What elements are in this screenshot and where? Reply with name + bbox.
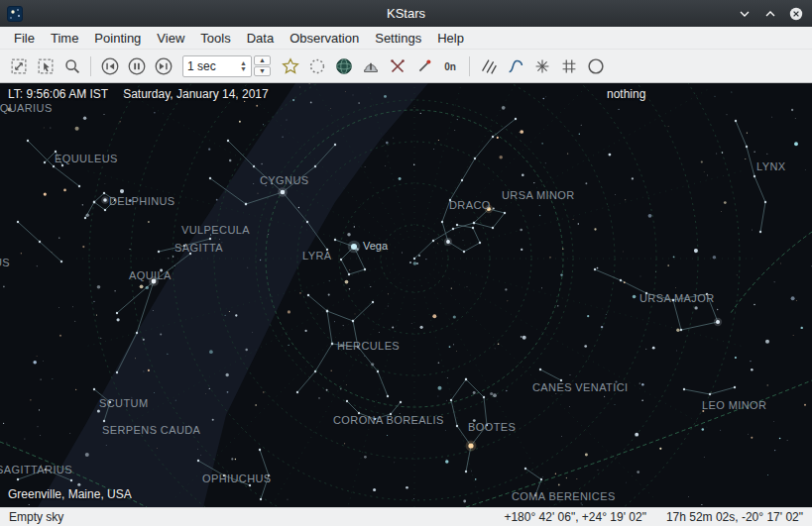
- select-fov-button[interactable]: [5, 53, 32, 79]
- pin-icon: [413, 55, 435, 77]
- status-radec-text: 17h 52m 02s, -20° 17' 02": [666, 510, 803, 524]
- constellation-label: CYGNUS: [260, 174, 308, 186]
- toggle-coordinate-grid-button[interactable]: [555, 53, 582, 79]
- menu-time[interactable]: Time: [43, 29, 86, 48]
- focus-object-text: nothing: [607, 87, 645, 101]
- toggle-planets-button[interactable]: [330, 53, 357, 79]
- toggle-deep-sky-button[interactable]: [303, 53, 330, 79]
- toggle-milky-way-button[interactable]: [502, 53, 528, 79]
- menu-view[interactable]: View: [149, 29, 192, 48]
- stop-clock-button[interactable]: [123, 53, 150, 79]
- geo-location-text: Greenville, Maine, USA: [8, 487, 132, 501]
- close-button[interactable]: [789, 7, 803, 21]
- labels-0n-icon: 0n: [440, 55, 462, 77]
- constellation-label: OPHIUCHUS: [202, 473, 272, 484]
- menu-settings[interactable]: Settings: [367, 29, 429, 48]
- time-infobox[interactable]: LT: 9:56:06 AM IST Saturday, January 14,…: [8, 87, 269, 101]
- date-text: Saturday, January 14, 2017: [123, 87, 269, 101]
- status-bar: Empty sky +180° 42' 06", +24° 19' 02" 17…: [0, 507, 812, 526]
- time-step-combo-arrows-icon[interactable]: ▲▼: [240, 60, 247, 72]
- constellation-label: COMA BERENICES: [512, 490, 616, 502]
- step-forward-icon: [153, 55, 174, 77]
- dome-icon: [360, 55, 382, 77]
- crossed-lines-icon: [387, 55, 408, 77]
- chevron-down-icon: [739, 8, 751, 20]
- status-object-text: Empty sky: [9, 510, 63, 524]
- constellation-label: LYRA: [302, 250, 332, 262]
- slanted-lines-icon: [478, 55, 500, 77]
- constellation-label: CANES VENATICI: [532, 381, 628, 393]
- magnifier-icon: [61, 55, 83, 77]
- constellation-label: DRACO: [449, 199, 491, 211]
- status-azalt-text: +180° 42' 06", +24° 19' 02": [504, 510, 645, 524]
- kstars-app-icon: [7, 6, 23, 22]
- local-time-text: LT: 9:56:06 AM IST: [8, 87, 108, 101]
- toolbar-separator: [469, 56, 470, 76]
- grid-icon: [558, 55, 580, 77]
- toggle-labels-button[interactable]: 0n: [437, 53, 464, 79]
- toggle-constellation-boundaries-button[interactable]: [528, 53, 555, 79]
- sky-map[interactable]: LT: 9:56:06 AM IST Saturday, January 14,…: [0, 83, 812, 507]
- constellation-label: SCUTUM: [99, 397, 148, 409]
- window-title: KStars: [0, 6, 812, 21]
- dotted-circle-icon: [306, 55, 328, 77]
- time-step-control: 1 sec▲▼▲▼: [182, 55, 271, 77]
- time-step-backward-button[interactable]: [96, 53, 123, 79]
- focus-infobox[interactable]: nothing: [607, 87, 645, 101]
- toggle-stars-button[interactable]: [277, 53, 303, 79]
- toggle-supernovae-button[interactable]: [384, 53, 410, 79]
- pointing-select-button[interactable]: [32, 53, 58, 79]
- chevron-up-icon: [764, 8, 776, 20]
- menu-tools[interactable]: Tools: [192, 29, 238, 48]
- menu-help[interactable]: Help: [429, 29, 472, 48]
- close-icon: [789, 7, 803, 21]
- dashed-box-arrows-icon: [8, 55, 30, 77]
- time-step-up-button[interactable]: ▲: [254, 55, 271, 65]
- time-step-spinner: ▲▼: [254, 55, 271, 76]
- menu-data[interactable]: Data: [239, 29, 282, 48]
- globe-icon: [333, 55, 355, 77]
- starburst-icon: [531, 55, 553, 77]
- constellation-label: AQUARIUS: [0, 102, 53, 114]
- constellation-label: SAGITTA: [174, 242, 223, 254]
- toolbar-separator: [90, 56, 91, 76]
- time-step-value: 1 sec: [187, 59, 216, 73]
- find-object-button[interactable]: [58, 53, 85, 79]
- menu-observation[interactable]: Observation: [282, 29, 367, 48]
- toggle-horizon-button[interactable]: [582, 53, 609, 79]
- curve-icon: [505, 55, 526, 77]
- time-step-input[interactable]: 1 sec▲▼: [182, 55, 252, 77]
- location-infobox[interactable]: Greenville, Maine, USA: [8, 487, 132, 501]
- svg-text:0n: 0n: [444, 60, 456, 71]
- horizon-circle-icon: [585, 55, 607, 77]
- toggle-satellites-button[interactable]: [410, 53, 437, 79]
- constellation-label: URSA MINOR: [502, 189, 575, 201]
- constellation-label: URSA MAJOR: [639, 292, 715, 304]
- star-icon: [280, 55, 301, 77]
- toggle-dome-button[interactable]: [357, 53, 384, 79]
- constellation-label: SERPENS CAUDA: [102, 424, 200, 436]
- constellation-label: DELPHINUS: [109, 195, 175, 207]
- step-back-icon: [99, 55, 121, 77]
- minimize-button[interactable]: [738, 7, 752, 21]
- dashed-box-cursor-icon: [35, 55, 57, 77]
- constellation-label: LEO MINOR: [702, 399, 766, 411]
- constellation-label: EQUULEUS: [55, 153, 118, 164]
- constellation-label: VULPECULA: [181, 224, 250, 236]
- time-step-down-button[interactable]: ▼: [254, 66, 271, 76]
- menu-file[interactable]: File: [6, 29, 43, 48]
- constellation-label: AQUILA: [129, 269, 172, 281]
- main-toolbar: 1 sec▲▼▲▼0n: [0, 50, 812, 83]
- pause-icon: [126, 55, 148, 77]
- constellation-label: PEGASUS: [0, 257, 10, 268]
- constellation-label: CORONA BOREALIS: [333, 414, 444, 426]
- star-label: Vega: [363, 240, 388, 252]
- constellation-label: HERCULES: [337, 340, 400, 352]
- constellation-label: BOOTES: [468, 421, 516, 433]
- time-step-forward-button[interactable]: [150, 53, 176, 79]
- menu-pointing[interactable]: Pointing: [86, 29, 149, 48]
- title-bar: KStars: [0, 0, 812, 27]
- toggle-constellation-lines-button[interactable]: [475, 53, 502, 79]
- maximize-button[interactable]: [763, 7, 777, 21]
- constellation-label: LYNX: [756, 160, 786, 172]
